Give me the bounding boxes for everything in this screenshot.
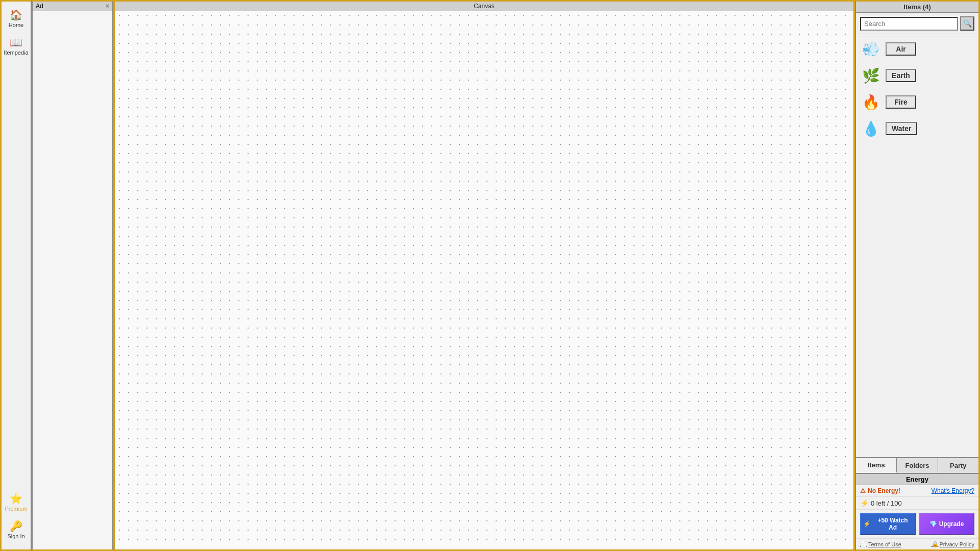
upgrade-label: Upgrade	[939, 520, 964, 528]
privacy-link[interactable]: 🔒 Privacy Policy	[932, 541, 974, 547]
fire-label[interactable]: Fire	[886, 95, 916, 109]
whats-energy-link[interactable]: What's Energy?	[932, 487, 974, 494]
watch-ad-button[interactable]: ⚡ +50 Watch Ad	[860, 513, 916, 535]
canvas-content[interactable]	[115, 11, 853, 548]
premium-label: Premium	[5, 506, 27, 512]
earth-label[interactable]: Earth	[886, 69, 916, 82]
privacy-label: Privacy Policy	[940, 541, 974, 547]
sidebar-item-home[interactable]: 🏠 Home	[7, 7, 26, 30]
ad-panel-header: Ad ×	[33, 2, 112, 11]
energy-status-row: ⚠ No Energy! What's Energy?	[856, 485, 978, 497]
item-row-fire[interactable]: 🔥 Fire	[860, 91, 974, 113]
air-label[interactable]: Air	[886, 42, 916, 56]
items-panel-header: Items (4)	[856, 2, 978, 13]
sidebar-item-itempedia[interactable]: 📖 Itempedia	[2, 34, 30, 58]
air-icon: 💨	[860, 38, 881, 60]
signin-label: Sign In	[7, 533, 24, 539]
watch-ad-label: +50 Watch Ad	[873, 517, 913, 531]
bottom-tabs: Items Folders Party	[856, 457, 978, 473]
signin-icon: 🔑	[10, 520, 22, 532]
itempedia-label: Itempedia	[4, 49, 28, 56]
energy-lightning-icon: ⚡	[860, 499, 869, 507]
sidebar-item-signin[interactable]: 🔑 Sign In	[5, 518, 27, 541]
warning-icon: ⚠	[860, 487, 866, 494]
energy-title: Energy	[906, 475, 928, 483]
terms-link[interactable]: 📄 Terms of Use	[860, 541, 901, 547]
premium-icon: ⭐	[10, 492, 22, 505]
search-input[interactable]	[860, 17, 958, 31]
terms-icon: 📄	[860, 541, 867, 547]
ad-close-button[interactable]: ×	[106, 3, 109, 10]
canvas-area[interactable]: Canvas	[113, 0, 855, 551]
item-row-air[interactable]: 💨 Air	[860, 38, 974, 60]
home-icon: 🏠	[10, 9, 22, 21]
ad-title: Ad	[36, 3, 43, 10]
energy-section: Energy ⚠ No Energy! What's Energy? ⚡ 0 l…	[856, 473, 978, 549]
earth-icon: 🌿	[860, 65, 881, 86]
terms-label: Terms of Use	[868, 541, 901, 547]
search-bar: 🔍	[856, 13, 978, 34]
tab-party[interactable]: Party	[938, 458, 978, 473]
energy-count-row: ⚡ 0 left / 100	[856, 497, 978, 510]
footer-links: 📄 Terms of Use 🔒 Privacy Policy	[856, 539, 978, 549]
energy-buttons-row: ⚡ +50 Watch Ad 💎 Upgrade	[856, 510, 978, 539]
upgrade-gem-icon: 💎	[929, 520, 937, 528]
tab-items[interactable]: Items	[856, 458, 897, 473]
fire-icon: 🔥	[860, 91, 881, 113]
watch-ad-lightning-icon: ⚡	[863, 520, 871, 528]
water-icon: 💧	[860, 118, 881, 139]
no-energy-label: No Energy!	[868, 487, 900, 494]
left-sidebar: 🏠 Home 📖 Itempedia ⭐ Premium 🔑 Sign In	[0, 0, 32, 551]
right-panel: Items (4) 🔍 💨 Air 🌿 Earth 🔥 Fire 💧 Water	[855, 0, 980, 551]
items-list: 💨 Air 🌿 Earth 🔥 Fire 💧 Water	[856, 34, 978, 457]
itempedia-icon: 📖	[10, 36, 22, 48]
ad-panel: Ad ×	[32, 0, 113, 551]
privacy-icon: 🔒	[932, 541, 939, 547]
home-label: Home	[9, 22, 23, 28]
no-energy-status: ⚠ No Energy!	[860, 487, 900, 494]
search-button[interactable]: 🔍	[960, 16, 974, 31]
energy-count: 0 left / 100	[871, 499, 902, 507]
sidebar-item-premium[interactable]: ⭐ Premium	[3, 490, 29, 514]
canvas-header: Canvas	[115, 2, 853, 11]
item-row-water[interactable]: 💧 Water	[860, 118, 974, 139]
search-icon: 🔍	[963, 19, 972, 28]
water-label[interactable]: Water	[886, 122, 917, 135]
canvas-title: Canvas	[474, 3, 495, 10]
tab-folders[interactable]: Folders	[897, 458, 938, 473]
items-count-title: Items (4)	[903, 3, 930, 11]
item-row-earth[interactable]: 🌿 Earth	[860, 65, 974, 86]
energy-header: Energy	[856, 474, 978, 485]
upgrade-button[interactable]: 💎 Upgrade	[919, 513, 974, 535]
